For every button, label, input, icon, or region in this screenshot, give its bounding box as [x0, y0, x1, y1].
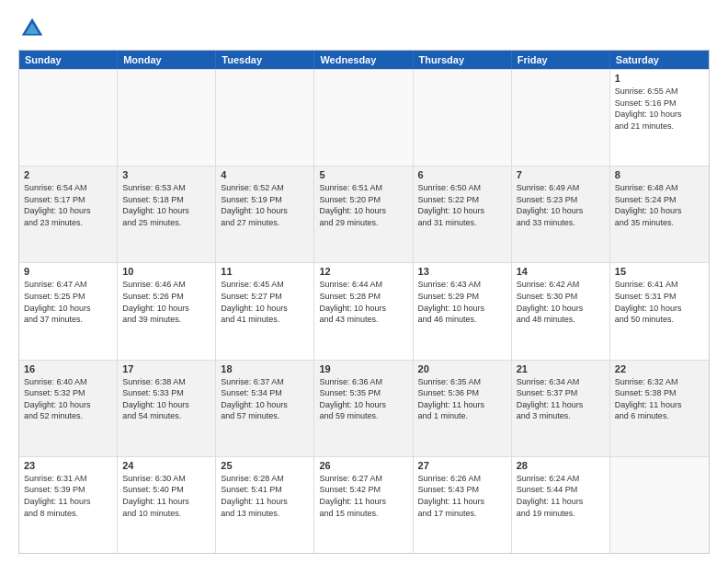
- calendar-day-empty-0-0: [19, 70, 118, 166]
- calendar-day-25: 25Sunrise: 6:28 AM Sunset: 5:41 PM Dayli…: [216, 457, 314, 553]
- weekday-header-tuesday: Tuesday: [216, 51, 314, 69]
- day-number: 23: [24, 460, 112, 471]
- calendar-day-27: 27Sunrise: 6:26 AM Sunset: 5:43 PM Dayli…: [414, 457, 512, 553]
- calendar-day-1: 1Sunrise: 6:55 AM Sunset: 5:16 PM Daylig…: [610, 70, 709, 166]
- day-number: 6: [418, 169, 506, 180]
- calendar-week-4: 16Sunrise: 6:40 AM Sunset: 5:32 PM Dayli…: [19, 360, 709, 456]
- day-info: Sunrise: 6:50 AM Sunset: 5:22 PM Dayligh…: [418, 182, 506, 228]
- day-number: 1: [615, 73, 704, 84]
- logo-icon: [18, 15, 46, 42]
- day-info: Sunrise: 6:28 AM Sunset: 5:41 PM Dayligh…: [221, 473, 309, 519]
- weekday-header-sunday: Sunday: [19, 51, 118, 69]
- day-info: Sunrise: 6:52 AM Sunset: 5:19 PM Dayligh…: [221, 182, 309, 228]
- day-number: 12: [319, 266, 407, 277]
- weekday-header-thursday: Thursday: [414, 51, 512, 69]
- day-info: Sunrise: 6:38 AM Sunset: 5:33 PM Dayligh…: [122, 376, 210, 422]
- day-info: Sunrise: 6:42 AM Sunset: 5:30 PM Dayligh…: [517, 279, 605, 325]
- calendar-day-11: 11Sunrise: 6:45 AM Sunset: 5:27 PM Dayli…: [216, 263, 314, 359]
- day-number: 9: [24, 266, 112, 277]
- day-number: 13: [418, 266, 506, 277]
- calendar-day-26: 26Sunrise: 6:27 AM Sunset: 5:42 PM Dayli…: [314, 457, 413, 553]
- weekday-header-wednesday: Wednesday: [314, 51, 413, 69]
- calendar-day-7: 7Sunrise: 6:49 AM Sunset: 5:23 PM Daylig…: [512, 167, 610, 262]
- day-info: Sunrise: 6:43 AM Sunset: 5:29 PM Dayligh…: [418, 279, 506, 325]
- day-number: 11: [221, 266, 309, 277]
- calendar-day-10: 10Sunrise: 6:46 AM Sunset: 5:26 PM Dayli…: [118, 263, 216, 359]
- calendar-day-19: 19Sunrise: 6:36 AM Sunset: 5:35 PM Dayli…: [314, 361, 413, 456]
- calendar-day-8: 8Sunrise: 6:48 AM Sunset: 5:24 PM Daylig…: [610, 167, 709, 262]
- day-info: Sunrise: 6:51 AM Sunset: 5:20 PM Dayligh…: [319, 182, 407, 228]
- calendar-day-16: 16Sunrise: 6:40 AM Sunset: 5:32 PM Dayli…: [19, 361, 118, 456]
- header: [18, 15, 710, 42]
- day-info: Sunrise: 6:48 AM Sunset: 5:24 PM Dayligh…: [615, 182, 704, 228]
- day-number: 19: [319, 363, 407, 374]
- calendar-day-empty-0-5: [512, 70, 610, 166]
- day-number: 17: [122, 363, 210, 374]
- calendar-day-15: 15Sunrise: 6:41 AM Sunset: 5:31 PM Dayli…: [610, 263, 709, 359]
- day-info: Sunrise: 6:54 AM Sunset: 5:17 PM Dayligh…: [24, 182, 112, 228]
- day-info: Sunrise: 6:53 AM Sunset: 5:18 PM Dayligh…: [122, 182, 210, 228]
- calendar-day-empty-0-2: [216, 70, 314, 166]
- calendar-day-21: 21Sunrise: 6:34 AM Sunset: 5:37 PM Dayli…: [512, 361, 610, 456]
- calendar-day-3: 3Sunrise: 6:53 AM Sunset: 5:18 PM Daylig…: [118, 167, 216, 262]
- page: SundayMondayTuesdayWednesdayThursdayFrid…: [0, 0, 728, 563]
- weekday-header-monday: Monday: [118, 51, 216, 69]
- day-info: Sunrise: 6:44 AM Sunset: 5:28 PM Dayligh…: [319, 279, 407, 325]
- day-number: 25: [221, 460, 309, 471]
- day-info: Sunrise: 6:32 AM Sunset: 5:38 PM Dayligh…: [615, 376, 704, 422]
- calendar-week-3: 9Sunrise: 6:47 AM Sunset: 5:25 PM Daylig…: [19, 262, 709, 359]
- calendar-body: 1Sunrise: 6:55 AM Sunset: 5:16 PM Daylig…: [19, 69, 709, 553]
- day-number: 10: [122, 266, 210, 277]
- day-info: Sunrise: 6:36 AM Sunset: 5:35 PM Dayligh…: [319, 376, 407, 422]
- calendar-week-1: 1Sunrise: 6:55 AM Sunset: 5:16 PM Daylig…: [19, 69, 709, 166]
- calendar-day-12: 12Sunrise: 6:44 AM Sunset: 5:28 PM Dayli…: [314, 263, 413, 359]
- day-number: 5: [319, 169, 407, 180]
- day-number: 7: [517, 169, 605, 180]
- day-number: 21: [517, 363, 605, 374]
- day-info: Sunrise: 6:37 AM Sunset: 5:34 PM Dayligh…: [221, 376, 309, 422]
- day-info: Sunrise: 6:30 AM Sunset: 5:40 PM Dayligh…: [122, 473, 210, 519]
- day-number: 28: [517, 460, 605, 471]
- weekday-header-saturday: Saturday: [610, 51, 709, 69]
- day-info: Sunrise: 6:47 AM Sunset: 5:25 PM Dayligh…: [24, 279, 112, 325]
- day-info: Sunrise: 6:27 AM Sunset: 5:42 PM Dayligh…: [319, 473, 407, 519]
- day-number: 2: [24, 169, 112, 180]
- calendar-day-empty-0-1: [118, 70, 216, 166]
- calendar-day-empty-0-4: [414, 70, 512, 166]
- calendar-day-17: 17Sunrise: 6:38 AM Sunset: 5:33 PM Dayli…: [118, 361, 216, 456]
- calendar-day-6: 6Sunrise: 6:50 AM Sunset: 5:22 PM Daylig…: [414, 167, 512, 262]
- day-number: 22: [615, 363, 704, 374]
- calendar-header: SundayMondayTuesdayWednesdayThursdayFrid…: [19, 51, 709, 69]
- day-number: 15: [615, 266, 704, 277]
- day-number: 26: [319, 460, 407, 471]
- day-info: Sunrise: 6:34 AM Sunset: 5:37 PM Dayligh…: [517, 376, 605, 422]
- calendar-day-22: 22Sunrise: 6:32 AM Sunset: 5:38 PM Dayli…: [610, 361, 709, 456]
- day-number: 24: [122, 460, 210, 471]
- calendar-day-24: 24Sunrise: 6:30 AM Sunset: 5:40 PM Dayli…: [118, 457, 216, 553]
- calendar-day-empty-4-6: [610, 457, 709, 553]
- day-number: 8: [615, 169, 704, 180]
- calendar-day-28: 28Sunrise: 6:24 AM Sunset: 5:44 PM Dayli…: [512, 457, 610, 553]
- day-number: 3: [122, 169, 210, 180]
- calendar-day-14: 14Sunrise: 6:42 AM Sunset: 5:30 PM Dayli…: [512, 263, 610, 359]
- weekday-header-friday: Friday: [512, 51, 610, 69]
- calendar-day-13: 13Sunrise: 6:43 AM Sunset: 5:29 PM Dayli…: [414, 263, 512, 359]
- day-info: Sunrise: 6:46 AM Sunset: 5:26 PM Dayligh…: [122, 279, 210, 325]
- day-info: Sunrise: 6:31 AM Sunset: 5:39 PM Dayligh…: [24, 473, 112, 519]
- day-number: 27: [418, 460, 506, 471]
- calendar-day-empty-0-3: [314, 70, 413, 166]
- calendar-day-9: 9Sunrise: 6:47 AM Sunset: 5:25 PM Daylig…: [19, 263, 118, 359]
- day-info: Sunrise: 6:24 AM Sunset: 5:44 PM Dayligh…: [517, 473, 605, 519]
- calendar-day-2: 2Sunrise: 6:54 AM Sunset: 5:17 PM Daylig…: [19, 167, 118, 262]
- calendar-day-23: 23Sunrise: 6:31 AM Sunset: 5:39 PM Dayli…: [19, 457, 118, 553]
- calendar-week-2: 2Sunrise: 6:54 AM Sunset: 5:17 PM Daylig…: [19, 166, 709, 262]
- day-info: Sunrise: 6:45 AM Sunset: 5:27 PM Dayligh…: [221, 279, 309, 325]
- calendar-day-18: 18Sunrise: 6:37 AM Sunset: 5:34 PM Dayli…: [216, 361, 314, 456]
- day-number: 14: [517, 266, 605, 277]
- calendar-week-5: 23Sunrise: 6:31 AM Sunset: 5:39 PM Dayli…: [19, 456, 709, 553]
- day-number: 18: [221, 363, 309, 374]
- day-info: Sunrise: 6:40 AM Sunset: 5:32 PM Dayligh…: [24, 376, 112, 422]
- day-info: Sunrise: 6:55 AM Sunset: 5:16 PM Dayligh…: [615, 86, 704, 132]
- day-info: Sunrise: 6:49 AM Sunset: 5:23 PM Dayligh…: [517, 182, 605, 228]
- day-info: Sunrise: 6:26 AM Sunset: 5:43 PM Dayligh…: [418, 473, 506, 519]
